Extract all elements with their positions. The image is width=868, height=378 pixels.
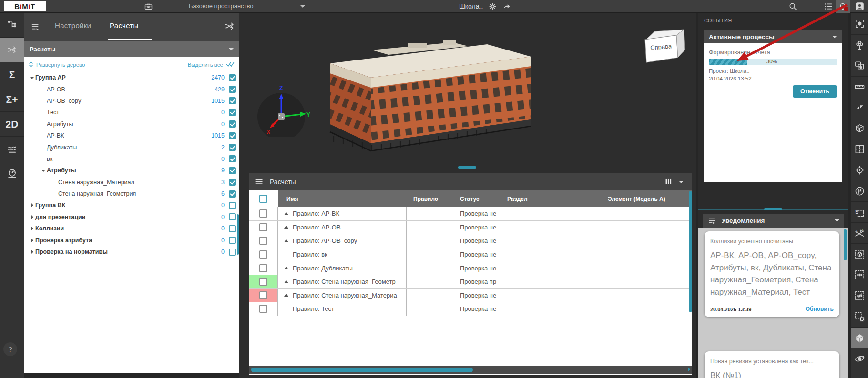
tree-item[interactable]: АР-ВК1015 [24,130,239,141]
select-all-cell[interactable] [249,190,278,207]
column-header-element[interactable]: Элемент (Модель А) [597,190,692,207]
section-box-icon[interactable] [851,118,868,139]
expand-row-icon[interactable] [284,212,288,215]
tree-item-checkbox[interactable] [229,213,236,220]
dashboard-gauge-icon[interactable] [0,161,24,186]
notification-card[interactable]: Новая ревизия установлена как тек...ВК (… [705,351,839,378]
expand-row-icon[interactable] [284,294,288,297]
row-checkbox[interactable] [259,250,267,259]
tree-item-checkbox[interactable] [229,202,236,209]
tree-item[interactable]: АР-ОВ_copy1015 [24,95,239,107]
scrollbar-thumb[interactable] [251,368,473,372]
expand-row-icon[interactable] [284,226,288,229]
section-header[interactable]: Расчеты [24,41,239,57]
row-name-cell[interactable]: Правило: АР-ОВ [278,221,407,234]
panel-menu-icon[interactable] [31,21,41,34]
table-row[interactable]: Правило: АР-ОВПроверка не [249,221,692,235]
clash-detection-icon[interactable] [224,20,235,34]
model-tree-icon[interactable] [0,13,24,38]
row-checkbox[interactable] [259,305,267,313]
tab-calculations[interactable]: Расчеты [110,21,139,30]
row-checkbox-cell[interactable] [249,234,278,248]
bimit-logo[interactable]: BiMiT [4,1,46,11]
tree-item-checkbox[interactable] [229,167,236,174]
help-button[interactable]: ? [3,342,17,356]
tree-item-checkbox[interactable] [229,249,236,256]
tree-item-checkbox[interactable] [229,190,236,198]
row-checkbox[interactable] [259,237,267,245]
sum-icon[interactable]: Σ [0,62,24,87]
workspace-selector[interactable]: Базовое пространство [189,2,254,10]
selection-set-icon[interactable]: S [851,201,868,222]
row-name-cell[interactable]: Правило: Дубликаты [278,261,407,275]
notification-action-link[interactable]: Обновить [806,306,834,312]
expander-open-icon[interactable] [29,75,35,81]
expand-collapse-icon[interactable] [29,60,33,69]
row-checkbox-cell[interactable] [249,248,278,261]
hide-eye-icon[interactable] [851,285,868,306]
flip-section-icon[interactable] [851,97,868,118]
briefcase-icon[interactable] [143,1,154,12]
tree-item[interactable]: Коллизии0 [24,223,239,234]
expander-closed-icon[interactable] [29,250,35,254]
sum-plus-icon[interactable]: Σ+ [0,87,24,112]
tree-item-checkbox[interactable] [229,155,236,162]
flag-point-icon[interactable] [851,180,868,201]
table-row[interactable]: Правило: Стена наружная_ГеометрПроверка … [249,275,692,289]
expander-open-icon[interactable] [40,168,47,174]
row-name-cell[interactable]: Правило: АР-ВК [278,207,407,220]
expander-closed-icon[interactable] [29,227,35,230]
row-checkbox-cell[interactable] [249,275,278,288]
row-name-cell[interactable]: Правило: Стена наружная_Геометр [278,275,407,288]
notifications-scrollbar[interactable] [844,229,847,260]
locate-icon[interactable] [851,159,868,180]
double-check-icon[interactable] [226,61,235,69]
tree-item-checkbox[interactable] [229,179,236,186]
expand-row-icon[interactable] [284,280,288,283]
cancel-button[interactable]: Отменить [793,85,837,98]
select-similar-icon[interactable] [851,55,868,76]
scroll-right-arrow[interactable] [688,368,692,371]
tree-icon[interactable] [851,34,868,55]
search-icon[interactable] [787,1,798,12]
tree-item[interactable]: Проверка атрибута0 [24,234,239,246]
show-eye-icon[interactable] [851,264,868,285]
table-row[interactable]: Правило: Стена наружная_МатериаПроверка … [249,289,692,303]
tree-item[interactable]: Дубликаты2 [24,141,239,153]
row-checkbox-cell[interactable] [249,289,278,302]
tree-item-checkbox[interactable] [229,225,236,232]
row-checkbox[interactable] [259,278,267,286]
panel-splitter-handle[interactable] [764,208,782,210]
table-horizontal-scrollbar[interactable] [249,366,692,374]
notification-card[interactable]: Коллизии успешно посчитаныАР-ВК, АР-ОВ, … [705,231,839,317]
axis-gizmo[interactable]: Z Y X [253,80,310,137]
model-viewport[interactable]: Z Y X Справа [239,13,696,170]
expand-tree-link[interactable]: Развернуть дерево [36,62,85,68]
row-checkbox[interactable] [259,264,267,272]
viewport-splitter-handle[interactable] [458,166,476,169]
row-name-cell[interactable]: Правило: вк [278,248,407,261]
row-checkbox[interactable] [259,209,267,218]
active-processes-header[interactable]: Активные процессы [704,30,842,43]
tree-item[interactable]: вк0 [24,153,239,165]
tree-item[interactable]: для презентации0 [24,211,239,223]
row-name-cell[interactable]: Правило: АР-ОВ_copy [278,234,407,248]
notifications-header[interactable]: Уведомления [703,214,844,228]
user-icon[interactable] [854,1,865,12]
row-checkbox-cell[interactable] [249,207,278,220]
tree-item[interactable]: АР-ОВ429 [24,83,239,95]
list-details-icon[interactable] [823,1,834,12]
table-row[interactable]: Правило: ДубликатыПроверка не [249,261,692,275]
column-header-section[interactable]: Раздел [501,190,597,207]
row-checkbox[interactable] [259,223,267,231]
expander-closed-icon[interactable] [29,215,35,219]
tree-item[interactable]: Группа АР2470 [24,72,239,83]
tree-item[interactable]: Атрибуты9 [24,165,239,176]
row-checkbox-cell[interactable] [249,221,278,234]
tree-item[interactable]: Атрибуты0 [24,119,239,130]
row-checkbox[interactable] [259,291,267,299]
select-all-link[interactable]: Выделить всё [188,62,223,68]
grid-axes-icon[interactable]: 12 [851,222,868,243]
chevron-down-icon[interactable] [679,181,684,186]
tree-item-checkbox[interactable] [229,86,236,93]
